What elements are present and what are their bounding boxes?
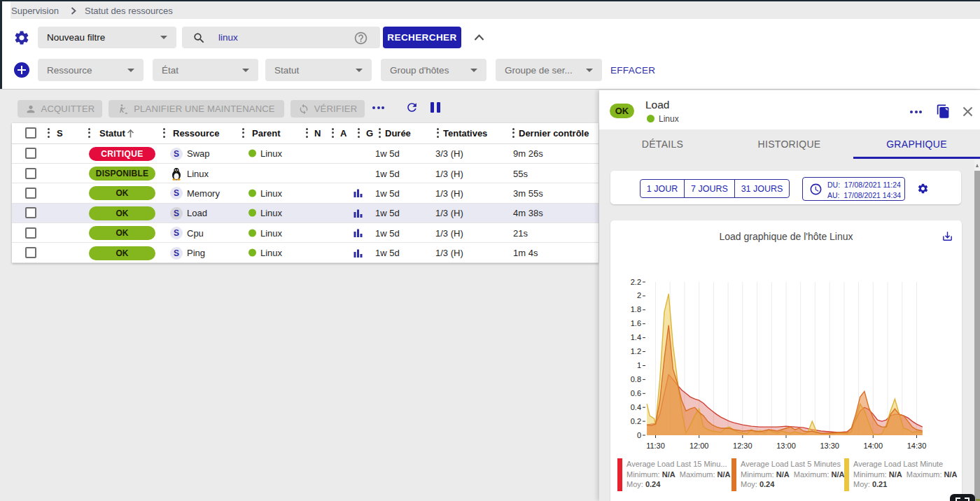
svg-text:12:30: 12:30 <box>733 442 752 450</box>
svg-text:0.4: 0.4 <box>631 403 641 411</box>
svg-text:1.4: 1.4 <box>631 333 641 341</box>
svg-text:11:30: 11:30 <box>646 442 665 450</box>
svg-text:0.2: 0.2 <box>631 417 641 425</box>
svg-text:13:30: 13:30 <box>820 442 839 450</box>
svg-text:2: 2 <box>637 291 641 299</box>
svg-text:2.2: 2.2 <box>631 278 641 286</box>
svg-text:13:00: 13:00 <box>776 442 796 450</box>
svg-text:1.8: 1.8 <box>631 305 641 313</box>
svg-text:1: 1 <box>637 361 641 369</box>
svg-text:1.2: 1.2 <box>631 347 641 355</box>
svg-text:14:00: 14:00 <box>864 442 883 450</box>
svg-text:0.8: 0.8 <box>631 375 641 383</box>
svg-text:12:00: 12:00 <box>690 442 709 450</box>
svg-text:0.6: 0.6 <box>631 389 641 397</box>
svg-text:0: 0 <box>637 431 641 439</box>
svg-text:1.6: 1.6 <box>631 319 641 327</box>
svg-text:14:30: 14:30 <box>907 442 927 450</box>
